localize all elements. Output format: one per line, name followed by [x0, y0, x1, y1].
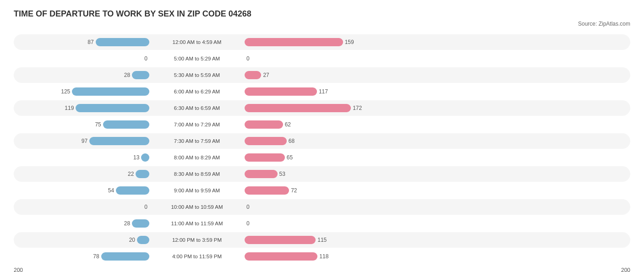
- chart-row: 20 12:00 PM to 3:59 PM 115: [14, 232, 630, 248]
- time-label: 7:00 AM to 7:29 AM: [151, 122, 243, 127]
- female-value: 115: [317, 237, 330, 243]
- chart-row: 125 6:00 AM to 6:29 AM 117: [14, 84, 630, 99]
- male-value: 75: [88, 121, 101, 128]
- male-bar: [141, 153, 149, 162]
- time-label: 11:00 AM to 11:59 AM: [151, 221, 243, 226]
- male-value: 78: [87, 253, 99, 260]
- left-bar-container: 54: [14, 186, 151, 195]
- female-bar: [245, 38, 343, 46]
- left-bar-container: 28: [14, 219, 151, 228]
- male-bar: [101, 252, 149, 261]
- male-value: 119: [61, 105, 74, 111]
- time-label: 5:30 AM to 5:59 AM: [151, 72, 243, 78]
- male-value: 125: [57, 88, 70, 95]
- male-bar: [132, 71, 149, 79]
- female-value: 0: [246, 55, 259, 62]
- female-bar: [245, 71, 261, 79]
- chart-title: TIME OF DEPARTURE TO WORK BY SEX IN ZIP …: [14, 9, 630, 19]
- axis-left: 200: [14, 267, 23, 272]
- time-label: 4:00 PM to 11:59 PM: [151, 254, 243, 259]
- female-value: 117: [319, 88, 332, 95]
- female-bar: [245, 137, 287, 145]
- female-value: 62: [285, 121, 298, 128]
- female-value: 159: [345, 39, 358, 45]
- male-bar: [72, 87, 149, 96]
- male-value: 0: [135, 55, 147, 62]
- left-bar-container: 0: [14, 54, 151, 63]
- time-label: 8:00 AM to 8:29 AM: [151, 155, 243, 160]
- female-value: 172: [353, 105, 366, 111]
- chart-row: 78 4:00 PM to 11:59 PM 118: [14, 249, 630, 264]
- female-bar: [245, 186, 289, 195]
- female-value: 0: [246, 220, 259, 227]
- right-bar-container: 68: [243, 137, 380, 145]
- female-value: 65: [287, 154, 300, 161]
- chart-row: 119 6:30 AM to 6:59 AM 172: [14, 100, 630, 116]
- right-bar-container: 0: [243, 203, 380, 211]
- time-label: 6:30 AM to 6:59 AM: [151, 105, 243, 111]
- female-value: 72: [291, 187, 304, 194]
- left-bar-container: 119: [14, 104, 151, 112]
- male-bar: [103, 120, 149, 129]
- left-bar-container: 125: [14, 87, 151, 96]
- chart-row: 87 12:00 AM to 4:59 AM 159: [14, 34, 630, 50]
- left-bar-container: 13: [14, 153, 151, 162]
- male-value: 13: [126, 154, 139, 161]
- left-bar-container: 75: [14, 120, 151, 129]
- right-bar-container: 118: [243, 252, 380, 261]
- male-bar: [76, 104, 149, 112]
- female-bar: [245, 236, 316, 244]
- male-bar: [137, 236, 149, 244]
- axis-right: 200: [621, 267, 630, 272]
- male-value: 22: [121, 171, 134, 177]
- male-value: 0: [135, 204, 147, 210]
- left-bar-container: 78: [14, 252, 151, 261]
- time-label: 8:30 AM to 8:59 AM: [151, 171, 243, 177]
- time-label: 5:00 AM to 5:29 AM: [151, 56, 243, 61]
- right-bar-container: 62: [243, 120, 380, 129]
- time-label: 7:30 AM to 7:59 AM: [151, 138, 243, 144]
- chart-row: 54 9:00 AM to 9:59 AM 72: [14, 183, 630, 198]
- right-bar-container: 117: [243, 87, 380, 96]
- chart-row: 22 8:30 AM to 8:59 AM 53: [14, 166, 630, 182]
- female-bar: [245, 104, 351, 112]
- female-value: 0: [246, 204, 259, 210]
- left-bar-container: 87: [14, 38, 151, 46]
- chart-row: 0 5:00 AM to 5:29 AM 0: [14, 51, 630, 66]
- axis-row: 200 200: [14, 267, 630, 272]
- right-bar-container: 0: [243, 219, 380, 228]
- source-label: Source: ZipAtlas.com: [14, 21, 630, 27]
- left-bar-container: 22: [14, 170, 151, 178]
- left-bar-container: 0: [14, 203, 151, 211]
- female-bar: [245, 153, 285, 162]
- chart-row: 28 11:00 AM to 11:59 AM 0: [14, 216, 630, 231]
- male-bar: [116, 186, 149, 195]
- right-bar-container: 115: [243, 236, 380, 244]
- chart-area: 87 12:00 AM to 4:59 AM 159 0 5:00 AM to …: [14, 34, 630, 272]
- time-label: 12:00 AM to 4:59 AM: [151, 39, 243, 45]
- left-bar-container: 28: [14, 71, 151, 79]
- right-bar-container: 27: [243, 71, 380, 79]
- male-value: 54: [101, 187, 114, 194]
- female-value: 118: [319, 253, 332, 260]
- female-value: 27: [263, 72, 276, 78]
- right-bar-container: 72: [243, 186, 380, 195]
- male-value: 28: [117, 220, 130, 227]
- time-label: 10:00 AM to 10:59 AM: [151, 204, 243, 210]
- right-bar-container: 172: [243, 104, 380, 112]
- female-bar: [245, 87, 317, 96]
- male-value: 97: [75, 138, 87, 144]
- chart-row: 13 8:00 AM to 8:29 AM 65: [14, 150, 630, 165]
- male-bar: [89, 137, 149, 145]
- male-value: 28: [117, 72, 130, 78]
- male-bar: [132, 219, 149, 228]
- male-bar: [96, 38, 149, 46]
- chart-row: 28 5:30 AM to 5:59 AM 27: [14, 67, 630, 83]
- chart-row: 97 7:30 AM to 7:59 AM 68: [14, 133, 630, 149]
- chart-row: 75 7:00 AM to 7:29 AM 62: [14, 117, 630, 132]
- chart-row: 0 10:00 AM to 10:59 AM 0: [14, 199, 630, 215]
- female-bar: [245, 120, 283, 129]
- time-label: 12:00 PM to 3:59 PM: [151, 237, 243, 243]
- female-value: 68: [289, 138, 301, 144]
- male-value: 20: [122, 237, 135, 243]
